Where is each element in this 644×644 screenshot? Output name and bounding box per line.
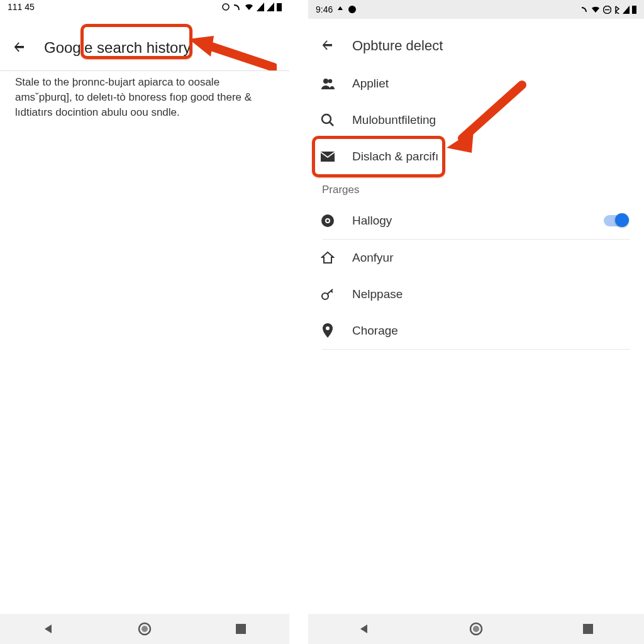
menu-item-aonfyur[interactable]: Aonfyur — [308, 240, 644, 276]
svg-point-17 — [326, 219, 329, 222]
signal-icon — [623, 6, 630, 14]
wifi-icon — [591, 6, 601, 13]
navbar-left — [0, 614, 289, 644]
people-icon — [321, 77, 335, 91]
menu-item-appliet[interactable]: Appliet — [308, 65, 644, 102]
nav-home[interactable] — [138, 622, 152, 636]
svg-rect-24 — [583, 624, 593, 634]
search-icon — [321, 113, 335, 127]
statusbar-time-group: 9:46 — [316, 4, 357, 14]
wifi-icon — [244, 3, 254, 11]
svg-rect-1 — [277, 3, 282, 11]
menu-item-hallogy[interactable]: Hallogy — [308, 203, 644, 239]
svg-point-11 — [328, 79, 332, 83]
bluetooth-icon — [614, 6, 620, 14]
nfc-icon — [233, 3, 242, 11]
statusbar-icons — [221, 3, 282, 11]
pin-icon — [321, 324, 335, 338]
nav-back[interactable] — [357, 622, 371, 636]
nav-home[interactable] — [469, 622, 483, 636]
menu-item-dislach-parcif-[interactable]: Dislach & parcifı — [308, 138, 644, 175]
arrow-left-icon — [13, 40, 28, 55]
menu-item-chorage[interactable]: Chorage — [308, 313, 644, 349]
battery-icon — [277, 3, 282, 11]
menu-item-label: Chorage — [352, 324, 631, 338]
signal1-icon — [257, 3, 264, 11]
statusbar-time: 9:46 — [316, 4, 333, 14]
round-icon — [321, 214, 335, 228]
menu-item-label: Mulobuntfileting — [352, 113, 631, 127]
svg-line-13 — [330, 122, 333, 126]
nav-recent[interactable] — [234, 622, 248, 636]
back-button[interactable] — [321, 38, 336, 53]
menu-item-label: Nelppase — [352, 287, 631, 301]
statusbar-left: 111 45 — [0, 0, 289, 14]
toggle-switch[interactable] — [604, 215, 628, 226]
statusbar-right: 9:46 — [308, 0, 644, 19]
header-right: Opbture delect — [308, 19, 644, 65]
svg-point-23 — [473, 626, 479, 632]
svg-point-21 — [326, 326, 330, 330]
page-title: Google search history — [44, 39, 191, 57]
svg-point-10 — [323, 79, 328, 84]
navbar-right — [308, 614, 644, 644]
menu-item-label: Aonfyur — [352, 251, 631, 265]
back-button[interactable] — [13, 40, 28, 55]
key-icon — [321, 287, 335, 301]
section-header: Prarges — [308, 175, 644, 203]
svg-point-3 — [142, 626, 148, 632]
svg-point-6 — [348, 6, 356, 13]
svg-point-12 — [322, 114, 331, 123]
nfc-icon — [580, 6, 588, 13]
alarm-icon — [221, 3, 230, 11]
arrow-left-icon — [321, 38, 336, 53]
statusbar-icons — [580, 6, 636, 14]
nav-recent[interactable] — [581, 622, 595, 636]
menu-item-mulobuntfileting[interactable]: Mulobuntfileting — [308, 102, 644, 138]
svg-rect-9 — [632, 6, 636, 14]
home-icon — [321, 251, 335, 265]
svg-line-20 — [331, 291, 333, 292]
svg-point-0 — [223, 4, 229, 10]
nav-back[interactable] — [42, 622, 55, 636]
menu-item-label: Dislach & parcifı — [352, 150, 631, 164]
mail-icon — [321, 150, 335, 164]
menu-item-label: Appliet — [352, 77, 631, 91]
page-title: Opbture delect — [352, 38, 443, 54]
svg-rect-4 — [236, 624, 246, 634]
description-text: Stale to the þronnc-bujart apiarca to oo… — [0, 71, 289, 135]
menu-item-label: Hallogy — [352, 214, 586, 228]
signal2-icon — [267, 3, 274, 11]
header-left: Google search history — [0, 14, 289, 68]
menu-item-nelppase[interactable]: Nelppase — [308, 276, 644, 313]
divider — [322, 349, 630, 350]
statusbar-time: 111 45 — [8, 2, 35, 12]
battery-icon — [632, 6, 636, 14]
dnd-icon — [603, 6, 611, 14]
alarm-icon — [336, 6, 344, 13]
clock-icon — [348, 5, 357, 14]
